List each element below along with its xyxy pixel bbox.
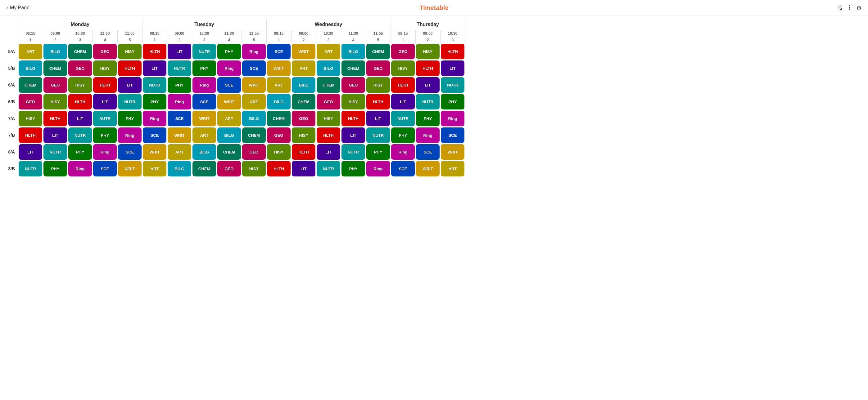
subject-cell[interactable]: SCE bbox=[118, 144, 142, 160]
subject-cell[interactable]: ART bbox=[317, 44, 340, 59]
subject-cell[interactable]: GEO bbox=[242, 144, 266, 160]
subject-cell[interactable]: Ring bbox=[441, 111, 464, 126]
subject-cell[interactable]: PHY bbox=[341, 161, 365, 176]
subject-cell[interactable]: NUTR bbox=[192, 44, 216, 59]
subject-cell[interactable]: CHEM bbox=[317, 77, 340, 93]
subject-cell[interactable]: WRIT bbox=[267, 61, 290, 76]
subject-cell[interactable]: CHEM bbox=[292, 94, 315, 109]
subject-cell[interactable]: HISY bbox=[43, 94, 67, 109]
subject-cell[interactable]: HLTH bbox=[366, 94, 390, 109]
subject-cell[interactable]: GEO bbox=[267, 128, 290, 143]
subject-cell[interactable]: WRIT bbox=[416, 161, 440, 176]
subject-cell[interactable]: GEO bbox=[292, 111, 315, 126]
subject-cell[interactable]: Ring bbox=[143, 111, 166, 126]
subject-cell[interactable]: HLTH bbox=[267, 161, 290, 176]
subject-cell[interactable]: LIT bbox=[441, 61, 464, 76]
subject-cell[interactable]: ART bbox=[143, 161, 166, 176]
subject-cell[interactable]: HLTH bbox=[416, 61, 440, 76]
subject-cell[interactable]: Ring bbox=[366, 161, 390, 176]
subject-cell[interactable]: BILG bbox=[242, 111, 266, 126]
subject-cell[interactable]: HLTH bbox=[68, 94, 92, 109]
subject-cell[interactable]: PHY bbox=[93, 128, 117, 143]
subject-cell[interactable]: SCE bbox=[93, 161, 117, 176]
subject-cell[interactable]: NUTR bbox=[93, 111, 117, 126]
back-nav[interactable]: ‹ My Page bbox=[6, 5, 30, 11]
subject-cell[interactable]: BILG bbox=[267, 94, 290, 109]
subject-cell[interactable]: ART bbox=[19, 44, 42, 59]
subject-cell[interactable]: GEO bbox=[43, 77, 67, 93]
subject-cell[interactable]: NUTR bbox=[168, 61, 191, 76]
subject-cell[interactable]: NUTR bbox=[366, 128, 390, 143]
subject-cell[interactable]: PHY bbox=[441, 94, 464, 109]
subject-cell[interactable]: NUTR bbox=[143, 77, 166, 93]
subject-cell[interactable]: WRIT bbox=[192, 111, 216, 126]
subject-cell[interactable]: PHY bbox=[217, 44, 241, 59]
subject-cell[interactable]: LIT bbox=[341, 128, 365, 143]
subject-cell[interactable]: GEO bbox=[19, 94, 42, 109]
subject-cell[interactable]: ART bbox=[441, 161, 464, 176]
subject-cell[interactable]: ART bbox=[168, 144, 191, 160]
subject-cell[interactable]: BILG bbox=[317, 61, 340, 76]
subject-cell[interactable]: CHEM bbox=[43, 61, 67, 76]
subject-cell[interactable]: HLTH bbox=[341, 111, 365, 126]
subject-cell[interactable]: Ring bbox=[391, 144, 415, 160]
subject-cell[interactable]: Ring bbox=[118, 128, 142, 143]
subject-cell[interactable]: SCE bbox=[416, 144, 440, 160]
subject-cell[interactable]: NUTR bbox=[317, 161, 340, 176]
subject-cell[interactable]: LIT bbox=[19, 144, 42, 160]
subject-cell[interactable]: ART bbox=[267, 77, 290, 93]
subject-cell[interactable]: BILG bbox=[217, 128, 241, 143]
subject-cell[interactable]: LIT bbox=[118, 77, 142, 93]
subject-cell[interactable]: HISY bbox=[93, 61, 117, 76]
subject-cell[interactable]: LIT bbox=[292, 161, 315, 176]
subject-cell[interactable]: GEO bbox=[366, 61, 390, 76]
subject-cell[interactable]: CHEM bbox=[19, 77, 42, 93]
subject-cell[interactable]: GEO bbox=[391, 44, 415, 59]
subject-cell[interactable]: CHEM bbox=[217, 144, 241, 160]
subject-cell[interactable]: HLTH bbox=[143, 44, 166, 59]
subject-cell[interactable]: ART bbox=[242, 94, 266, 109]
subject-cell[interactable]: PHY bbox=[68, 144, 92, 160]
subject-cell[interactable]: HLTH bbox=[292, 144, 315, 160]
subject-cell[interactable]: SCE bbox=[168, 111, 191, 126]
subject-cell[interactable]: NUTR bbox=[441, 77, 464, 93]
subject-cell[interactable]: HISY bbox=[19, 111, 42, 126]
subject-cell[interactable]: PHY bbox=[143, 94, 166, 109]
subject-cell[interactable]: WRIT bbox=[292, 44, 315, 59]
subject-cell[interactable]: GEO bbox=[68, 61, 92, 76]
subject-cell[interactable]: HISY bbox=[68, 77, 92, 93]
print-icon[interactable]: 🖨 bbox=[837, 4, 843, 11]
subject-cell[interactable]: Ring bbox=[192, 77, 216, 93]
subject-cell[interactable]: Ring bbox=[93, 144, 117, 160]
subject-cell[interactable]: HISY bbox=[242, 161, 266, 176]
subject-cell[interactable]: NUTR bbox=[19, 161, 42, 176]
settings-icon[interactable]: ⚙ bbox=[856, 4, 862, 11]
subject-cell[interactable]: HLTH bbox=[391, 77, 415, 93]
subject-cell[interactable]: BILG bbox=[292, 77, 315, 93]
subject-cell[interactable]: GEO bbox=[341, 77, 365, 93]
subject-cell[interactable]: PHY bbox=[416, 111, 440, 126]
subject-cell[interactable]: LIT bbox=[391, 94, 415, 109]
subject-cell[interactable]: BILG bbox=[43, 44, 67, 59]
subject-cell[interactable]: Ring bbox=[416, 128, 440, 143]
subject-cell[interactable]: SCE bbox=[217, 77, 241, 93]
subject-cell[interactable]: NUTR bbox=[341, 144, 365, 160]
subject-cell[interactable]: LIT bbox=[143, 61, 166, 76]
subject-cell[interactable]: CHEM bbox=[366, 44, 390, 59]
subject-cell[interactable]: ART bbox=[217, 111, 241, 126]
subject-cell[interactable]: SCE bbox=[192, 94, 216, 109]
subject-cell[interactable]: HISY bbox=[118, 44, 142, 59]
subject-cell[interactable]: CHEM bbox=[267, 111, 290, 126]
subject-cell[interactable]: BILG bbox=[341, 44, 365, 59]
subject-cell[interactable]: NUTR bbox=[118, 94, 142, 109]
subject-cell[interactable]: PHY bbox=[192, 61, 216, 76]
subject-cell[interactable]: CHEM bbox=[242, 128, 266, 143]
subject-cell[interactable]: HISY bbox=[267, 144, 290, 160]
subject-cell[interactable]: PHY bbox=[118, 111, 142, 126]
subject-cell[interactable]: HISY bbox=[416, 44, 440, 59]
subject-cell[interactable]: GEO bbox=[93, 44, 117, 59]
subject-cell[interactable]: LIT bbox=[416, 77, 440, 93]
subject-cell[interactable]: HISY bbox=[292, 128, 315, 143]
subject-cell[interactable]: LIT bbox=[43, 128, 67, 143]
list-icon[interactable]: ⁝ bbox=[848, 4, 850, 12]
